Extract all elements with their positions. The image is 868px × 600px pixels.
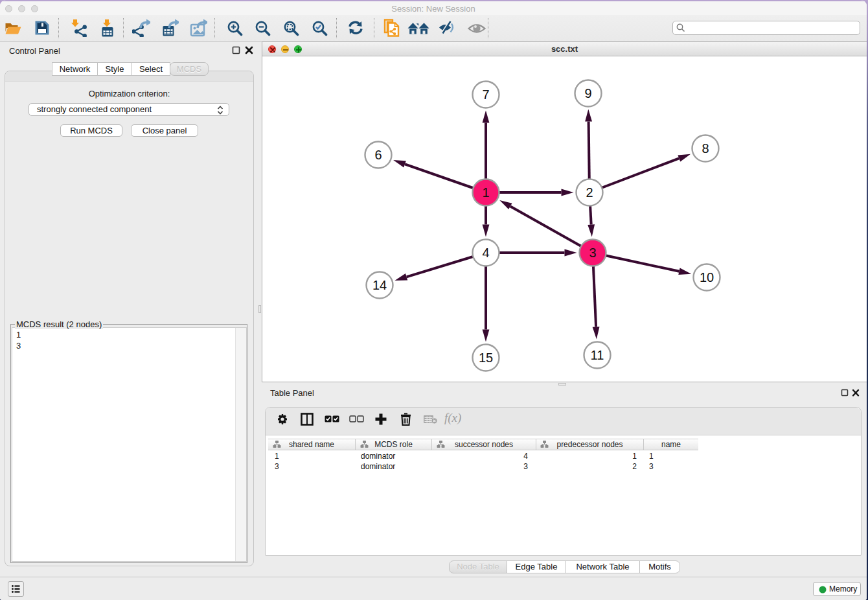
svg-text:7: 7 xyxy=(482,87,489,102)
svg-text:8: 8 xyxy=(702,141,709,156)
svg-text:15: 15 xyxy=(479,351,493,365)
svg-text:10: 10 xyxy=(700,270,714,284)
svg-text:3: 3 xyxy=(589,246,596,260)
svg-text:11: 11 xyxy=(591,348,604,362)
svg-text:1: 1 xyxy=(482,185,489,200)
svg-text:2: 2 xyxy=(586,185,593,200)
svg-text:4: 4 xyxy=(482,246,489,260)
svg-text:14: 14 xyxy=(372,278,387,292)
svg-text:6: 6 xyxy=(374,148,382,162)
svg-text:9: 9 xyxy=(584,86,591,100)
